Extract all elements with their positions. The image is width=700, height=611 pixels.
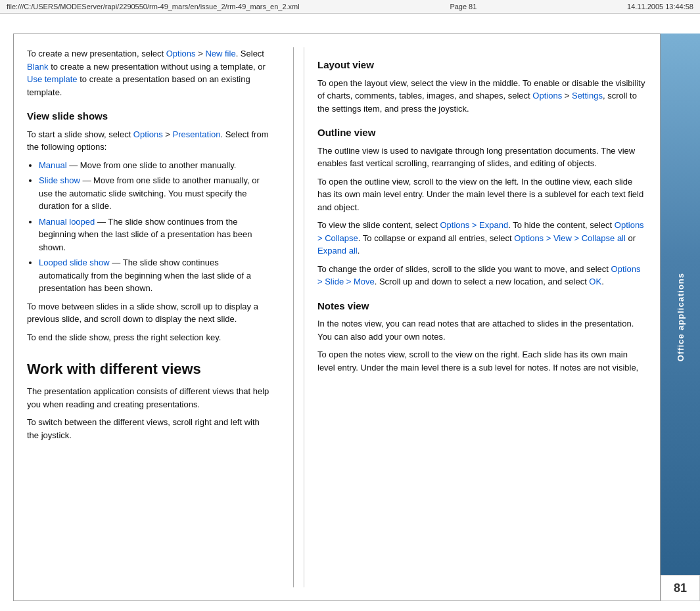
heading-view-slide-shows: View slide shows [27,109,270,124]
intro-paragraph: To create a new presentation, select Opt… [27,47,270,99]
heading-work-views: Work with different views [27,358,270,380]
notes-p1: In the notes view, you can read notes th… [317,317,647,343]
manual-link[interactable]: Manual [39,160,67,170]
manual-item: Manual — Move from one slide to another … [39,159,270,172]
main-content: To create a new presentation, select Opt… [0,14,700,608]
outline-p4: To change the order of slides, scroll to… [317,263,647,288]
content-area: To create a new presentation, select Opt… [13,34,661,601]
outline-p3: To view the slide content, select Option… [317,219,647,258]
outline-p1: The outline view is used to navigate thr… [317,145,647,170]
page-container: To create a new presentation, select Opt… [0,14,700,608]
use-template-link[interactable]: Use template [27,74,78,84]
sidebar-right: Office applications 81 [661,34,700,601]
page-label: Page 81 [450,3,477,11]
ok-link[interactable]: OK [589,277,601,286]
expand-all-link[interactable]: Expand all [317,246,358,256]
notes-p2: To open the notes view, scroll to the vi… [317,348,647,374]
heading-notes-view: Notes view [317,299,647,314]
options-link-3[interactable]: Options [532,91,562,101]
top-bar: file:///C:/USERS/MODEServer/rapi/2290550… [0,0,700,14]
new-file-link[interactable]: New file [205,49,235,58]
manual-looped-item: Manual looped — The slide show continues… [39,215,270,254]
timestamp: 14.11.2005 13:44:58 [627,3,693,11]
right-column: Layout view To open the layout view, sel… [304,47,647,587]
page-number-box: 81 [661,575,700,601]
slide-show-link[interactable]: Slide show [39,175,80,185]
move-between-slides: To move between slides in a slide show, … [27,300,270,326]
settings-link[interactable]: Settings [572,91,603,101]
manual-looped-link[interactable]: Manual looped [39,217,95,227]
looped-slide-show-item: Looped slide show — The slide show conti… [39,256,270,295]
slide-options-list: Manual — Move from one slide to another … [39,159,270,295]
blank-link[interactable]: Blank [27,62,49,72]
outline-p2: To open the outline view, scroll to the … [317,175,647,214]
slide-show-item: Slide show — Move from one slide to anot… [39,174,270,213]
left-column: To create a new presentation, select Opt… [27,47,283,587]
heading-layout-view: Layout view [317,58,647,73]
end-slide-show: To end the slide show, press the right s… [27,331,270,344]
presentation-link[interactable]: Presentation [173,129,221,139]
page-number: 81 [674,581,687,595]
heading-outline-view: Outline view [317,125,647,141]
options-link-1[interactable]: Options [166,49,196,58]
view-collapse-link[interactable]: Options > View > Collapse all [514,233,626,243]
sidebar-label: Office applications [676,273,686,361]
work-p1: The presentation application consists of… [27,385,270,411]
expand-link[interactable]: Options > Expand [440,220,508,230]
options-link-2[interactable]: Options [133,129,163,139]
looped-slide-show-link[interactable]: Looped slide show [39,258,110,267]
column-divider [293,47,294,587]
work-p2: To switch between the different views, s… [27,416,270,441]
filepath: file:///C:/USERS/MODEServer/rapi/2290550… [7,3,300,11]
layout-p1: To open the layout view, select the view… [317,77,647,116]
view-intro: To start a slide show, select Options > … [27,128,270,154]
